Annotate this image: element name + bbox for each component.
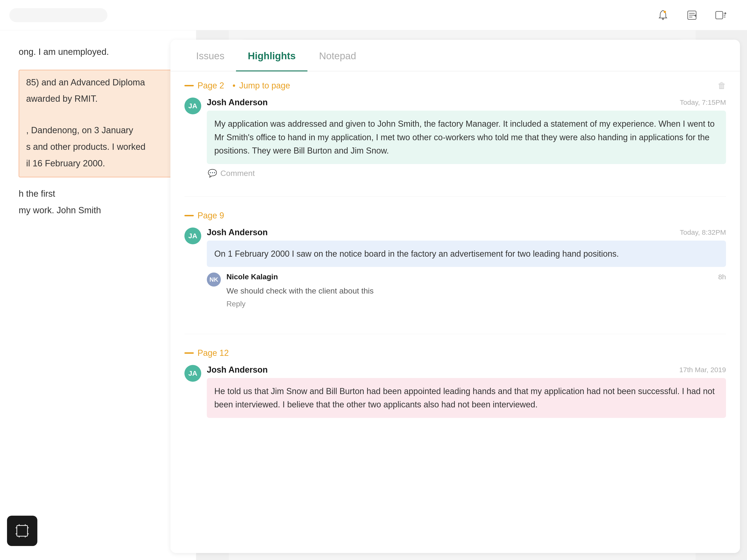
notification-button[interactable] [655,8,670,23]
comment-body-2: Josh Anderson Today, 8:32PM On 1 Februar… [207,228,726,315]
top-bar [0,0,747,30]
hl-page-row-3: Page 12 [184,348,726,358]
svg-point-1 [664,11,666,13]
highlights-tab-bar: Issues Highlights Notepad [171,40,740,72]
avatar-3: JA [184,365,201,382]
right-panel: Issues Highlights Notepad Page 2 • Jump … [121,30,740,560]
comment-meta-2: Josh Anderson Today, 8:32PM [207,228,726,237]
svg-point-0 [662,18,664,20]
comment-action-1[interactable]: 💬 Comment [207,169,726,178]
avatar-2: JA [184,228,201,244]
highlights-card: Issues Highlights Notepad Page 2 • Jump … [171,40,740,553]
hl-page-row-1: Page 2 • Jump to page 🗑 [184,81,726,90]
hl-tab-notepad[interactable]: Notepad [307,40,368,71]
avatar-1: JA [184,98,201,114]
reply-button-1[interactable]: Reply [227,300,726,308]
hl-page-row-2: Page 9 [184,211,726,220]
comment-meta-1: Josh Anderson Today, 7:15PM [207,98,726,107]
hl-page-2-label: Page 9 [184,211,224,220]
reply-body-1: Nicole Kalagin 8h We should check with t… [227,272,726,308]
hl-page-1-label: Page 2 • Jump to page [184,81,290,90]
svg-rect-7 [17,526,28,536]
hl-tab-highlights[interactable]: Highlights [236,40,307,71]
crop-tool[interactable] [7,516,37,546]
reply-text-1: We should check with the client about th… [227,285,726,297]
document-button[interactable] [685,8,699,23]
search-bar[interactable] [9,8,107,22]
hl-reply-1: NK Nicole Kalagin 8h We should check wit… [207,272,726,308]
highlight-text-1: My application was addressed and given t… [207,111,726,164]
hl-comment-2: JA Josh Anderson Today, 8:32PM On 1 Febr… [184,228,726,315]
comment-body-1: Josh Anderson Today, 7:15PM My applicati… [207,98,726,178]
hl-section-1: Page 2 • Jump to page 🗑 JA Josh Anderson… [184,81,726,197]
avatar-nicole: NK [207,272,221,287]
hl-comment-3: JA Josh Anderson 17th Mar, 2019 He told … [184,365,726,418]
hl-page-3-label: Page 12 [184,348,229,358]
hl-section-3: Page 12 JA Josh Anderson 17th Mar, 2019 … [184,348,726,436]
highlight-text-3: He told us that Jim Snow and Bill Burton… [207,378,726,418]
hl-page-1-jump[interactable]: Jump to page [239,81,290,90]
highlight-text-2: On 1 February 2000 I saw on the notice b… [207,241,726,267]
expand-button[interactable] [713,8,728,23]
trash-icon-1[interactable]: 🗑 [718,81,726,90]
hl-comment-1: JA Josh Anderson Today, 7:15PM My applic… [184,98,726,178]
hl-tab-issues[interactable]: Issues [184,40,236,71]
comment-meta-3: Josh Anderson 17th Mar, 2019 [207,365,726,375]
comment-icon-1: 💬 [208,169,217,178]
highlights-content: Page 2 • Jump to page 🗑 JA Josh Anderson… [171,72,740,552]
svg-rect-6 [716,11,723,19]
hl-section-2: Page 9 JA Josh Anderson Today, 8:32PM On… [184,211,726,334]
reply-meta-1: Nicole Kalagin 8h [227,272,726,281]
comment-body-3: Josh Anderson 17th Mar, 2019 He told us … [207,365,726,418]
